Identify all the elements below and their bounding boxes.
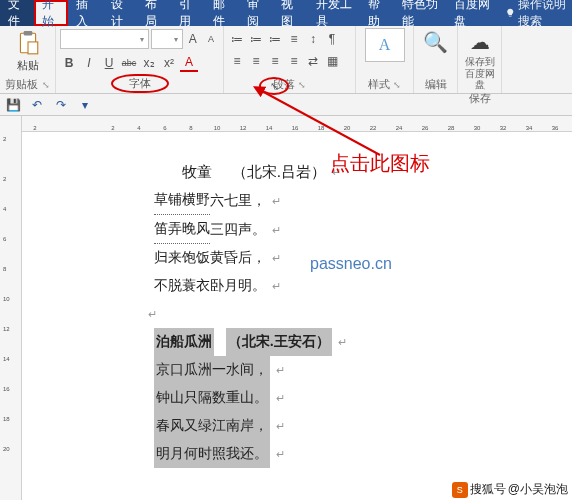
font-size-combo[interactable]: ▾ xyxy=(151,29,183,49)
tab-baidudisk[interactable]: 百度网盘 xyxy=(446,0,498,26)
editing-group-label: 编辑 xyxy=(418,77,453,93)
document-page[interactable]: 牧童 （北宋.吕岩） ↵ 草铺横野六七里，↵ 笛弄晚风三四声。↵ 归来饱饭黄昏后… xyxy=(22,132,572,500)
styles-gallery[interactable]: A xyxy=(365,28,405,62)
ribbon: 粘贴 剪贴板 ⤡ ▾ ▾ A A B I U abc x₂ x² A 字体 xyxy=(0,26,572,94)
styles-group-label: 样式 ⤡ xyxy=(360,77,409,93)
poem1-line4: 不脱蓑衣卧月明。↵ xyxy=(142,272,572,300)
horizontal-ruler[interactable]: 2 2 4 6 8 10 12 14 16 18 20 22 24 26 28 … xyxy=(22,116,572,132)
svg-rect-2 xyxy=(28,42,38,54)
italic-button[interactable]: I xyxy=(80,54,98,72)
group-editing: 🔍 编辑 xyxy=(414,26,458,93)
undo-button[interactable]: ↶ xyxy=(28,96,46,114)
group-styles: A 样式 ⤡ xyxy=(356,26,414,93)
font-dialog-launcher[interactable]: ⤡ xyxy=(259,77,289,95)
find-icon[interactable]: 🔍 xyxy=(423,30,448,54)
tab-references[interactable]: 引用 xyxy=(171,0,205,26)
poem2-title: 泊船瓜洲 （北宋.王安石） ↵ xyxy=(142,328,572,356)
qat-customize-button[interactable]: ▾ xyxy=(76,96,94,114)
redo-button[interactable]: ↷ xyxy=(52,96,70,114)
tab-layout[interactable]: 布局 xyxy=(137,0,171,26)
bold-button[interactable]: B xyxy=(60,54,78,72)
paste-label: 粘贴 xyxy=(17,58,39,73)
numbering-button[interactable]: ≔ xyxy=(247,30,265,48)
empty-line: ↵ xyxy=(142,300,572,328)
tab-help[interactable]: 帮助 xyxy=(360,0,394,26)
vertical-ruler[interactable]: 2 2 4 6 8 10 12 14 16 18 20 xyxy=(0,116,22,500)
tab-design[interactable]: 设计 xyxy=(103,0,137,26)
save-icon[interactable]: 💾 xyxy=(4,96,22,114)
tab-file[interactable]: 文件 xyxy=(0,0,34,26)
sort-button[interactable]: ⇄ xyxy=(304,52,322,70)
poem1-line1: 草铺横野六七里，↵ xyxy=(142,186,572,215)
tab-developer[interactable]: 开发工具 xyxy=(308,0,360,26)
tell-me-search[interactable]: 操作说明搜索 xyxy=(505,0,572,26)
decrease-indent-button[interactable]: ≡ xyxy=(285,30,303,48)
font-group-label: 字体 xyxy=(111,74,169,93)
align-center-button[interactable]: ≡ xyxy=(247,52,265,70)
show-marks-button[interactable]: ¶ xyxy=(323,30,341,48)
align-right-button[interactable]: ≡ xyxy=(266,52,284,70)
tab-mailings[interactable]: 邮件 xyxy=(205,0,239,26)
watermark-text: passneo.cn xyxy=(310,255,392,273)
group-save-baidu: ☁ 保存到 百度网盘 保存 xyxy=(458,26,502,93)
paragraph-group-label: 段落 ⤡ xyxy=(228,77,351,93)
tab-home[interactable]: 开始 xyxy=(34,0,68,26)
superscript-button[interactable]: x² xyxy=(160,54,178,72)
bullets-button[interactable]: ≔ xyxy=(228,30,246,48)
font-name-combo[interactable]: ▾ xyxy=(60,29,149,49)
multilevel-button[interactable]: ≔ xyxy=(266,30,284,48)
save-label-2: 百度网盘 xyxy=(462,68,497,91)
subscript-button[interactable]: x₂ xyxy=(140,54,158,72)
avatar-icon: S xyxy=(452,482,468,498)
tab-insert[interactable]: 插入 xyxy=(68,0,102,26)
lightbulb-icon xyxy=(505,6,515,20)
group-clipboard: 粘贴 剪贴板 ⤡ xyxy=(0,26,56,93)
justify-button[interactable]: ≡ xyxy=(285,52,303,70)
save-label-1: 保存到 xyxy=(462,56,497,68)
poem1-line2: 笛弄晚风三四声。↵ xyxy=(142,215,572,244)
paste-icon xyxy=(15,28,41,58)
tab-view[interactable]: 视图 xyxy=(273,0,307,26)
menu-bar: 文件 开始 插入 设计 布局 引用 邮件 审阅 视图 开发工具 帮助 特色功能 … xyxy=(0,0,572,26)
group-font: ▾ ▾ A A B I U abc x₂ x² A 字体 ⤡ xyxy=(56,26,224,93)
poem2-line1: 京口瓜洲一水间，↵ xyxy=(142,356,572,384)
document-area: 2 2 4 6 8 10 12 14 16 18 20 2 2 4 6 8 10… xyxy=(0,116,572,500)
align-left-button[interactable]: ≡ xyxy=(228,52,246,70)
cloud-save-icon[interactable]: ☁ xyxy=(470,30,490,54)
poem2-line3: 春风又绿江南岸，↵ xyxy=(142,412,572,440)
line-spacing-button[interactable]: ↕ xyxy=(304,30,322,48)
save-group-footer: 保存 xyxy=(462,91,497,107)
svg-rect-1 xyxy=(23,31,32,35)
underline-button[interactable]: U xyxy=(100,54,118,72)
clipboard-group-label: 剪贴板 ⤡ xyxy=(4,77,51,93)
footer-credit: S 搜狐号@小吴泡泡 xyxy=(452,481,568,498)
paste-button[interactable]: 粘贴 xyxy=(4,28,51,73)
shrink-font-icon[interactable]: A xyxy=(203,30,219,48)
tab-features[interactable]: 特色功能 xyxy=(394,0,446,26)
poem2-line4: 明月何时照我还。↵ xyxy=(142,440,572,468)
poem2-line2: 钟山只隔数重山。↵ xyxy=(142,384,572,412)
tab-review[interactable]: 审阅 xyxy=(239,0,273,26)
group-paragraph: ≔ ≔ ≔ ≡ ↕ ¶ ≡ ≡ ≡ ≡ ⇄ ▦ 段落 ⤡ xyxy=(224,26,356,93)
tell-me-label: 操作说明搜索 xyxy=(518,0,572,30)
grow-font-icon[interactable]: A xyxy=(185,30,201,48)
font-color-button[interactable]: A xyxy=(180,54,198,72)
callout-text: 点击此图标 xyxy=(330,150,430,177)
strikethrough-button[interactable]: abc xyxy=(120,54,138,72)
borders-button[interactable]: ▦ xyxy=(323,52,341,70)
